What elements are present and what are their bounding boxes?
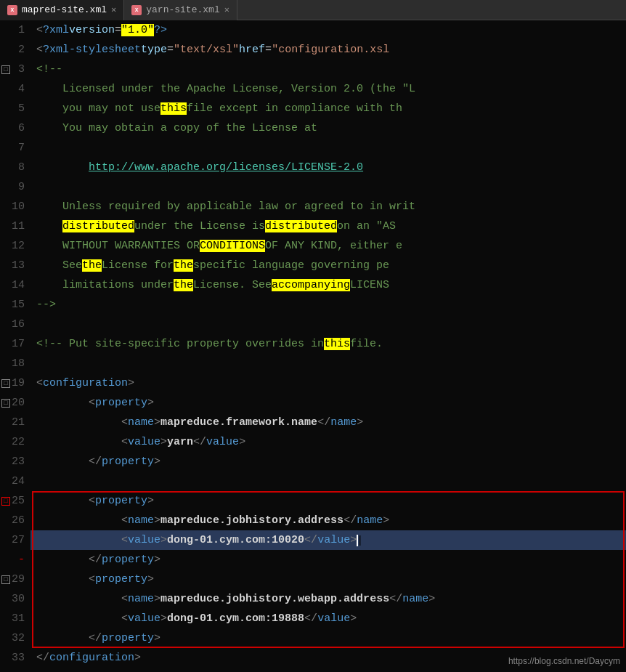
ln-6: 6	[0, 118, 31, 138]
tab-close-2[interactable]: ✕	[224, 4, 229, 15]
code-line-13: See the License for the specific languag…	[31, 256, 626, 275]
code-line-30: <name>mapreduce.jobhistory.webapp.addres…	[31, 589, 626, 609]
code-line-6: You may obtain a copy of the License at	[31, 118, 626, 138]
fold-20[interactable]: □	[1, 399, 10, 408]
code-line-18	[31, 354, 626, 373]
code-line-8: http://www.apache.org/licenses/LICENSE-2…	[31, 158, 626, 177]
watermark: https://blog.csdn.net/Daycym	[508, 656, 620, 666]
code-line-24	[31, 471, 626, 491]
code-line-27: <value>dong-01.cym.com:10020</value>|	[31, 530, 626, 550]
code-line-28: </property>	[31, 550, 626, 570]
tab-yarn-site[interactable]: X yarn-site.xml ✕	[124, 0, 237, 20]
code-line-17: <!-- Put site-specific property override…	[31, 334, 626, 354]
tab-bar: X mapred-site.xml ✕ X yarn-site.xml ✕	[0, 0, 626, 20]
code-line-15: -->	[31, 295, 626, 315]
xml-icon-2: X	[131, 5, 142, 15]
ln-25: □ 25	[0, 491, 31, 511]
ln-10: 10	[0, 197, 31, 216]
code-line-4: Licensed under the Apache License, Versi…	[31, 79, 626, 99]
ln-28: -	[0, 550, 31, 570]
ln-7: 7	[0, 138, 31, 158]
ln-5: 5	[0, 99, 31, 118]
ln-31: 31	[0, 609, 31, 628]
code-line-1: <?xml version="1.0"?>	[31, 20, 626, 40]
tab-mapred-site[interactable]: X mapred-site.xml ✕	[0, 0, 124, 20]
ln-27: 27	[0, 530, 31, 550]
ln-24: 24	[0, 471, 31, 491]
ln-30: 30	[0, 589, 31, 609]
ln-4: 4	[0, 79, 31, 99]
code-line-14: limitations under the License. See accom…	[31, 275, 626, 295]
line-numbers: 1 2 □ 3 4 5 6 7 8 9 10 11 12 13 14 15 16…	[0, 20, 31, 672]
ln-12: 12	[0, 236, 31, 256]
ln-14: 14	[0, 275, 31, 295]
tab-label-2: yarn-site.xml	[146, 4, 219, 15]
ln-16: 16	[0, 315, 31, 334]
ln-15: 15	[0, 295, 31, 315]
code-area: 1 2 □ 3 4 5 6 7 8 9 10 11 12 13 14 15 16…	[0, 20, 626, 672]
code-line-25: <property>	[31, 491, 626, 511]
ln-13: 13	[0, 256, 31, 275]
ln-11: 11	[0, 216, 31, 236]
ln-29: □ 29	[0, 570, 31, 589]
ln-3: □ 3	[0, 60, 31, 79]
code-line-10: Unless required by applicable law or agr…	[31, 197, 626, 216]
code-line-2: <?xml-stylesheet type="text/xsl" href="c…	[31, 40, 626, 60]
xml-icon-1: X	[7, 5, 17, 15]
fold-29[interactable]: □	[1, 575, 10, 584]
ln-26: 26	[0, 511, 31, 530]
code-line-23: </property>	[31, 452, 626, 471]
code-line-19: <configuration>	[31, 373, 626, 393]
ln-9: 9	[0, 177, 31, 197]
ln-17: 17	[0, 334, 31, 354]
ln-8: 8	[0, 158, 31, 177]
ln-32: 32	[0, 628, 31, 648]
code-lines-wrapper: <?xml version="1.0"?> <?xml-stylesheet t…	[31, 20, 626, 672]
code-line-21: <name>mapreduce.framework.name</name>	[31, 413, 626, 432]
code-line-9	[31, 177, 626, 197]
code-line-31: <value>dong-01.cym.com:19888</value>	[31, 609, 626, 628]
tab-label-1: mapred-site.xml	[22, 4, 107, 15]
ln-18: 18	[0, 354, 31, 373]
code-line-11: distributed under the License is distrib…	[31, 216, 626, 236]
code-line-29: <property>	[31, 570, 626, 589]
ln-23: 23	[0, 452, 31, 471]
code-line-5: you may not use this file except in comp…	[31, 99, 626, 118]
ln-2: 2	[0, 40, 31, 60]
code-line-26: <name>mapreduce.jobhistory.address</name…	[31, 511, 626, 530]
fold-19[interactable]: □	[1, 379, 10, 388]
code-line-7	[31, 138, 626, 158]
code-line-16	[31, 315, 626, 334]
fold-3[interactable]: □	[1, 65, 10, 74]
ln-1: 1	[0, 20, 31, 40]
ln-21: 21	[0, 413, 31, 432]
ln-33: 33	[0, 648, 31, 668]
code-line-20: <property>	[31, 393, 626, 413]
code-line-3: <!--	[31, 60, 626, 79]
code-line-12: WITHOUT WARRANTIES OR CONDITIONS OF ANY …	[31, 236, 626, 256]
ln-20: □ 20	[0, 393, 31, 413]
tab-close-1[interactable]: ✕	[111, 4, 116, 15]
fold-25-red[interactable]: □	[1, 497, 10, 506]
ln-19: □ 19	[0, 373, 31, 393]
code-line-22: <value>yarn</value>	[31, 432, 626, 452]
code-line-32: </property>	[31, 628, 626, 648]
ln-22: 22	[0, 432, 31, 452]
editor: X mapred-site.xml ✕ X yarn-site.xml ✕ 1 …	[0, 0, 626, 672]
